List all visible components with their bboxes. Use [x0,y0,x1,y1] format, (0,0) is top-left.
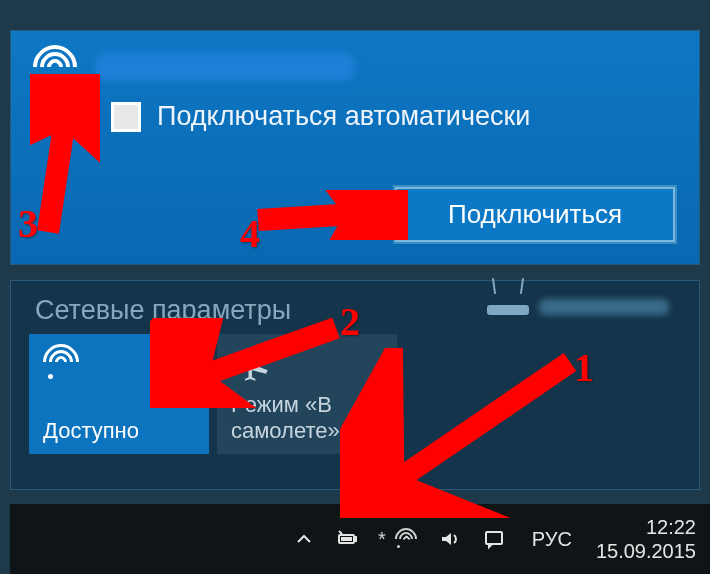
svg-rect-1 [354,537,356,541]
airplane-mode-tile[interactable]: Режим «В самолете» [217,334,397,454]
clock[interactable]: 12:22 15.09.2015 [596,515,696,563]
wifi-icon [33,45,77,89]
svg-rect-3 [486,532,502,544]
airplane-icon [231,344,271,384]
taskbar: * РУС 12:22 15.09.2015 [10,504,710,574]
airplane-tile-label: Режим «В самолете» [231,392,383,444]
action-center-icon[interactable] [480,525,508,553]
clock-date: 15.09.2015 [596,539,696,563]
clock-time: 12:22 [596,515,696,539]
wifi-icon [43,344,83,384]
wifi-tray-icon[interactable] [392,525,420,553]
wifi-tile[interactable]: Доступно [29,334,209,454]
wifi-tile-label: Доступно [43,418,195,444]
network-settings-panel: Сетевые параметры Доступно Режим «В само… [10,280,700,490]
language-indicator[interactable]: РУС [532,528,572,551]
auto-connect-row: Подключаться автоматически [11,95,699,142]
connected-network-name-redacted [539,299,669,315]
network-item[interactable] [11,31,699,95]
volume-icon[interactable] [436,525,464,553]
connected-network-icon [487,293,669,315]
svg-rect-2 [341,537,352,541]
auto-connect-checkbox[interactable] [111,102,141,132]
network-name-redacted [95,53,355,81]
asterisk-icon: * [378,528,386,551]
tray-chevron-up-icon[interactable] [290,525,318,553]
auto-connect-label: Подключаться автоматически [157,101,530,132]
battery-icon[interactable] [334,525,362,553]
connect-button[interactable]: Подключиться [395,187,675,242]
network-connect-panel: Подключаться автоматически Подключиться [10,30,700,265]
